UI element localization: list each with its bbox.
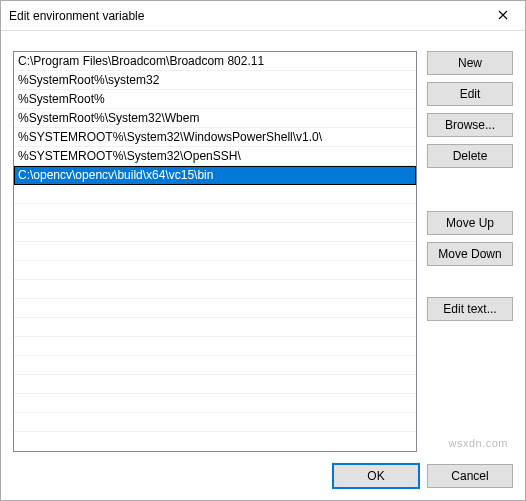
move-up-button[interactable]: Move Up (427, 211, 513, 235)
list-item[interactable]: %SYSTEMROOT%\System32\OpenSSH\ (14, 147, 416, 166)
list-item-empty[interactable] (14, 242, 416, 261)
list-item-empty[interactable] (14, 375, 416, 394)
delete-button[interactable]: Delete (427, 144, 513, 168)
close-icon (498, 9, 508, 23)
dialog-content: C:\Program Files\Broadcom\Broadcom 802.1… (1, 31, 525, 500)
list-item-empty[interactable] (14, 280, 416, 299)
browse-button[interactable]: Browse... (427, 113, 513, 137)
path-list[interactable]: C:\Program Files\Broadcom\Broadcom 802.1… (13, 51, 417, 452)
list-item-empty[interactable] (14, 337, 416, 356)
list-item[interactable]: %SystemRoot% (14, 90, 416, 109)
spacer (427, 175, 513, 211)
list-item[interactable]: C:\Program Files\Broadcom\Broadcom 802.1… (14, 52, 416, 71)
move-down-button[interactable]: Move Down (427, 242, 513, 266)
list-item-empty[interactable] (14, 356, 416, 375)
close-button[interactable] (480, 1, 525, 31)
list-item[interactable]: %SystemRoot%\system32 (14, 71, 416, 90)
list-item-empty[interactable] (14, 261, 416, 280)
list-item-empty[interactable] (14, 185, 416, 204)
list-item-empty[interactable] (14, 413, 416, 432)
main-row: C:\Program Files\Broadcom\Broadcom 802.1… (13, 41, 513, 452)
list-item-empty[interactable] (14, 299, 416, 318)
list-item[interactable]: %SYSTEMROOT%\System32\WindowsPowerShell\… (14, 128, 416, 147)
list-item[interactable]: C:\opencv\opencv\build\x64\vc15\bin (14, 166, 416, 185)
ok-button[interactable]: OK (333, 464, 419, 488)
list-item[interactable]: %SystemRoot%\System32\Wbem (14, 109, 416, 128)
button-sidebar: New Edit Browse... Delete Move Up Move D… (427, 51, 513, 452)
dialog-buttons: OK Cancel (13, 464, 513, 488)
cancel-button[interactable]: Cancel (427, 464, 513, 488)
list-item-empty[interactable] (14, 204, 416, 223)
edit-button[interactable]: Edit (427, 82, 513, 106)
window-title: Edit environment variable (9, 9, 144, 23)
spacer (427, 273, 513, 297)
list-item-empty[interactable] (14, 318, 416, 337)
edit-text-button[interactable]: Edit text... (427, 297, 513, 321)
titlebar: Edit environment variable (1, 1, 525, 31)
list-item-empty[interactable] (14, 223, 416, 242)
list-item-empty[interactable] (14, 394, 416, 413)
new-button[interactable]: New (427, 51, 513, 75)
